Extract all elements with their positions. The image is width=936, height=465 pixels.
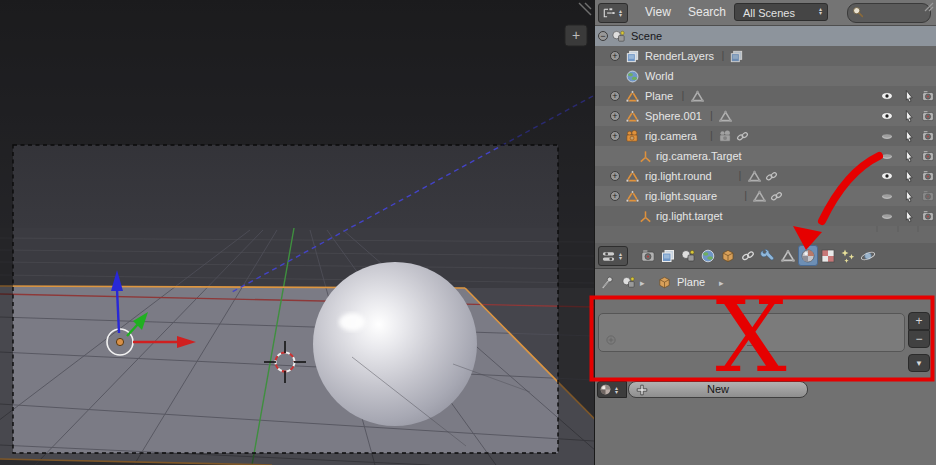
scene-filter-dropdown[interactable]: All Scenes ▴▾ xyxy=(734,3,828,21)
tab-render[interactable] xyxy=(638,245,658,266)
tab-scene[interactable] xyxy=(678,245,698,266)
meshdata-icon xyxy=(752,189,767,204)
renderability-camera-icon[interactable] xyxy=(921,209,935,223)
outliner-row-scene[interactable]: −Scene xyxy=(595,26,936,46)
expand-toggle-icon[interactable]: − xyxy=(598,31,608,41)
renderlayers-icon xyxy=(729,49,744,64)
selectability-arrow-icon[interactable] xyxy=(902,149,916,163)
outliner-row-rig-camera[interactable]: +rig.camera| xyxy=(595,126,936,146)
mesh-icon xyxy=(625,109,640,124)
visibility-eye-icon[interactable] xyxy=(880,129,894,143)
renderability-camera-icon[interactable] xyxy=(921,149,935,163)
browse-material-stepper[interactable]: ▴▾ xyxy=(612,386,621,394)
breadcrumb-arrow-icon: ▸ xyxy=(719,278,724,288)
renderability-camera-icon[interactable] xyxy=(921,129,935,143)
object-cube-icon xyxy=(657,275,672,290)
outliner-row-rig-light-target[interactable]: rig.light.target xyxy=(595,206,936,226)
outliner-row-world[interactable]: World xyxy=(595,66,936,86)
outliner-row-rig-light-square[interactable]: +rig.light.square| xyxy=(595,186,936,206)
expand-toggle-icon[interactable]: + xyxy=(610,131,620,141)
expand-toggle-icon[interactable]: + xyxy=(610,171,620,181)
viewport-plus-button[interactable]: + xyxy=(565,25,587,46)
expand-filter-icon[interactable] xyxy=(605,334,617,346)
list-resize-grip[interactable] xyxy=(747,339,757,346)
row-label[interactable]: rig.camera.Target xyxy=(656,150,742,162)
tab-world[interactable] xyxy=(698,245,718,266)
visibility-eye-icon[interactable] xyxy=(880,109,894,123)
renderability-camera-icon[interactable] xyxy=(921,89,935,103)
new-material-button[interactable]: New xyxy=(628,381,808,398)
visibility-eye-icon[interactable] xyxy=(880,89,894,103)
editor-type-stepper[interactable]: ▴▾ xyxy=(616,9,625,17)
tab-material[interactable] xyxy=(798,245,818,266)
visibility-eye-icon[interactable] xyxy=(880,149,894,163)
outliner-search-field[interactable] xyxy=(847,3,931,23)
renderability-camera-icon[interactable] xyxy=(921,109,935,123)
expand-toggle-icon[interactable]: + xyxy=(610,191,620,201)
selectability-arrow-icon[interactable] xyxy=(902,109,916,123)
tab-renderlayers[interactable] xyxy=(658,245,678,266)
particles-icon xyxy=(840,248,856,264)
scene-icon xyxy=(680,248,696,264)
tab-physics[interactable] xyxy=(858,245,878,266)
row-label[interactable]: Sphere.001 xyxy=(645,110,702,122)
renderability-camera-icon[interactable] xyxy=(921,169,935,183)
visibility-eye-icon[interactable] xyxy=(880,169,894,183)
tab-particles[interactable] xyxy=(838,245,858,266)
outliner-row-sphere-001[interactable]: +Sphere.001| xyxy=(595,106,936,126)
material-slot-list[interactable] xyxy=(598,313,905,352)
browse-material-button[interactable]: ▴▾ xyxy=(597,381,627,398)
row-label[interactable]: Scene xyxy=(631,30,662,42)
renderlayers-icon xyxy=(625,49,640,64)
object-data-icon xyxy=(780,248,796,264)
panel-corner-resize[interactable] xyxy=(923,1,935,13)
tab-modifiers[interactable] xyxy=(758,245,778,266)
row-label[interactable]: World xyxy=(645,70,674,82)
3d-viewport[interactable]: + xyxy=(0,0,594,465)
visibility-eye-icon[interactable] xyxy=(880,189,894,203)
link-icon xyxy=(735,129,750,144)
row-label[interactable]: RenderLayers xyxy=(645,50,714,62)
separator: | xyxy=(744,189,747,201)
sphere-specular xyxy=(339,313,365,331)
renderability-camera-icon[interactable] xyxy=(921,189,935,203)
selectability-arrow-icon[interactable] xyxy=(902,129,916,143)
row-label[interactable]: rig.camera xyxy=(645,130,697,142)
selectability-arrow-icon[interactable] xyxy=(902,209,916,223)
outliner-row-plane[interactable]: +Plane| xyxy=(595,86,936,106)
expand-toggle-icon[interactable]: + xyxy=(610,91,620,101)
pin-icon[interactable] xyxy=(600,275,615,290)
editor-type-stepper[interactable]: ▴▾ xyxy=(616,252,625,260)
editor-type-button[interactable]: ▴▾ xyxy=(598,3,628,23)
sphere-object[interactable] xyxy=(313,262,477,426)
breadcrumb-object-name[interactable]: Plane xyxy=(677,276,705,288)
menu-view[interactable]: View xyxy=(645,0,671,25)
row-label[interactable]: rig.light.square xyxy=(645,190,717,202)
selectability-arrow-icon[interactable] xyxy=(902,189,916,203)
visibility-eye-icon[interactable] xyxy=(880,209,894,223)
editor-type-button[interactable]: ▴▾ xyxy=(598,246,628,266)
outliner-row-renderlayers[interactable]: +RenderLayers| xyxy=(595,46,936,66)
remove-material-slot-button[interactable]: − xyxy=(908,330,930,348)
add-material-slot-button[interactable]: + xyxy=(908,312,930,330)
row-label[interactable]: rig.light.round xyxy=(645,170,712,182)
row-label[interactable]: Plane xyxy=(645,90,673,102)
selectability-arrow-icon[interactable] xyxy=(902,169,916,183)
expand-toggle-icon[interactable]: + xyxy=(610,111,620,121)
empty-icon xyxy=(638,209,653,224)
outliner-tree: −Scene+RenderLayers|World+Plane|+Sphere.… xyxy=(595,26,936,243)
scene-filter-stepper[interactable]: ▴▾ xyxy=(816,7,825,15)
cameradata-icon xyxy=(718,129,733,144)
tab-constraints[interactable] xyxy=(738,245,758,266)
menu-search[interactable]: Search xyxy=(688,0,726,25)
world-icon xyxy=(700,248,716,264)
expand-toggle-icon[interactable]: + xyxy=(610,51,620,61)
tab-object-data[interactable] xyxy=(778,245,798,266)
outliner-row-rig-camera-target[interactable]: rig.camera.Target xyxy=(595,146,936,166)
tab-texture[interactable] xyxy=(818,245,838,266)
material-specials-menu-button[interactable]: ▼ xyxy=(908,354,930,372)
tab-object[interactable] xyxy=(718,245,738,266)
selectability-arrow-icon[interactable] xyxy=(902,89,916,103)
row-label[interactable]: rig.light.target xyxy=(656,210,723,222)
outliner-row-rig-light-round[interactable]: +rig.light.round| xyxy=(595,166,936,186)
